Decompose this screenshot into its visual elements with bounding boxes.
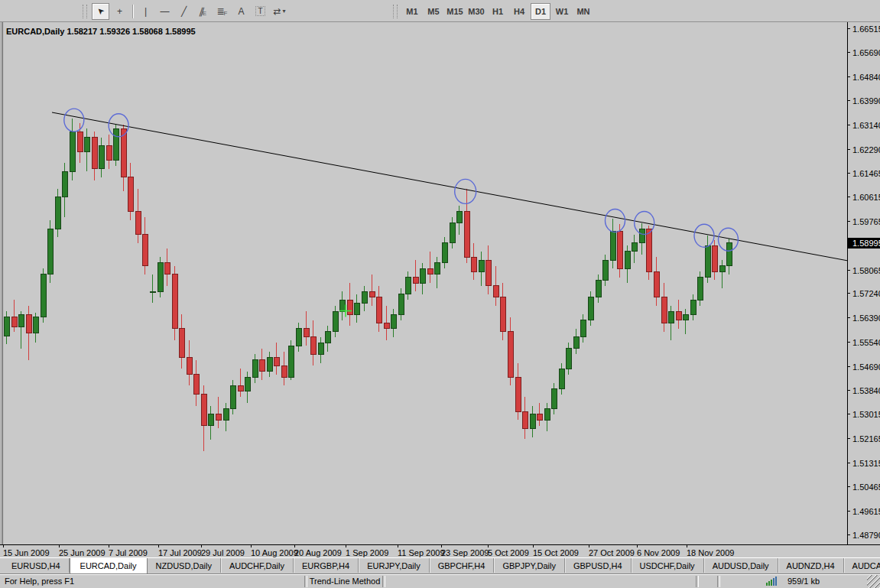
status-help-text: For Help, press F1 (0, 576, 304, 587)
candle-up (479, 260, 484, 271)
candle-up (697, 278, 703, 300)
candle-up (442, 243, 447, 263)
timeframe-m15-button[interactable]: M15 (445, 3, 465, 20)
arrow-objects-tool-button[interactable]: ⇄▾ (271, 3, 288, 20)
trendline-tool-button[interactable]: ╱ (175, 3, 193, 20)
price-tick-label: 1.66515 (852, 24, 880, 34)
tab-eurgbp-h4[interactable]: EURGBP,H4 (294, 558, 359, 573)
candle-up (391, 314, 396, 329)
candle-down (493, 286, 498, 297)
price-tick-label: 1.48790 (852, 531, 880, 540)
timeframe-m1-button[interactable]: M1 (402, 3, 422, 20)
timeframe-d1-button[interactable]: D1 (531, 3, 550, 20)
candle-down (172, 275, 177, 329)
status-bar: For Help, press F1 Trend-Line Method 959… (0, 573, 880, 588)
toolbar-separator (132, 5, 133, 18)
timeframe-m5-button[interactable]: M5 (424, 3, 443, 20)
candle-up (99, 146, 104, 169)
text-label-tool-button[interactable]: T (252, 3, 269, 20)
candle-down (522, 411, 528, 428)
candle-up (544, 408, 550, 420)
price-tick-label: 1.54690 (852, 362, 880, 372)
price-tick-label: 1.59765 (852, 217, 880, 226)
tab-audcad-h4[interactable]: AUDCAD,H4 (844, 558, 880, 573)
candle-up (551, 388, 557, 408)
candle-up (157, 263, 163, 291)
toolbar-grip[interactable] (393, 5, 398, 18)
time-tick-label: 29 Jul 2009 (201, 548, 245, 557)
candle-down (654, 271, 659, 297)
resize-grip[interactable] (867, 575, 880, 588)
time-tick-label: 7 Jul 2009 (109, 548, 148, 557)
candle-down (617, 232, 622, 269)
text-icon: A (238, 6, 244, 17)
candle-down (179, 329, 184, 357)
price-tick-label: 1.56390 (852, 313, 880, 323)
tab-eurjpy-daily[interactable]: EURJPY,Daily (359, 558, 430, 573)
tab-audnzd-h4[interactable]: AUDNZD,H4 (778, 558, 844, 573)
timeframe-h1-button[interactable]: H1 (488, 3, 508, 20)
timeframe-m30-button[interactable]: M30 (466, 3, 486, 20)
candle-up (62, 171, 67, 197)
time-tick-label: 11 Sep 2009 (398, 548, 445, 557)
candle-up (84, 138, 89, 152)
timeframe-mn-button[interactable]: MN (573, 3, 593, 20)
candle-up (610, 232, 615, 260)
candle-down (646, 229, 651, 271)
candle-down (164, 263, 170, 275)
candle-down (106, 146, 112, 161)
time-tick-label: 15 Jun 2009 (3, 548, 50, 557)
candle-down (11, 317, 17, 327)
toolbar-grip[interactable] (83, 5, 87, 18)
price-tick-label: 1.62290 (852, 145, 880, 154)
candle-up (398, 294, 404, 314)
time-tick-label: 18 Nov 2009 (687, 548, 734, 557)
candle-up (668, 311, 674, 323)
candle-up (150, 291, 155, 292)
timeframe-h4-button[interactable]: H4 (509, 3, 529, 20)
cursor-tool-button[interactable]: ➤ (92, 3, 109, 20)
dropdown-caret-icon[interactable]: ▾ (283, 8, 286, 15)
timeframe-toolbar: M1M5M15M30H1H4D1W1MN (393, 2, 594, 20)
text-tool-button[interactable]: A (232, 3, 250, 20)
tab-eurcad-daily[interactable]: EURCAD,Daily (70, 558, 148, 574)
tab-gbpchf-h4[interactable]: GBPCHF,H4 (430, 558, 495, 573)
candle-up (230, 385, 235, 408)
candle-down (304, 329, 309, 337)
candle-up (639, 229, 645, 243)
candle-up (690, 300, 696, 314)
equidistant-channel-tool-button[interactable]: ∥E (194, 3, 212, 20)
candle-up (566, 349, 571, 369)
horizontal-line-icon: — (161, 6, 170, 17)
horizontal-line-tool-button[interactable]: — (156, 3, 174, 20)
fibonacci-retracement-tool-button[interactable]: ≣F (213, 3, 231, 20)
candle-up (434, 263, 440, 275)
candle-up (339, 300, 345, 311)
time-tick-label: 5 Oct 2009 (488, 548, 529, 557)
candle-down (128, 177, 133, 212)
candle-up (596, 280, 601, 297)
status-mini-panel (699, 576, 717, 587)
candle-down (259, 360, 265, 372)
candle-up (252, 360, 258, 377)
vertical-line-tool-button[interactable]: | (137, 3, 154, 20)
candle-down (464, 212, 469, 258)
toolbar: ➤+|—╱∥E≣FAT⇄▾ M1M5M15M30H1H4D1W1MN (0, 0, 880, 22)
tab-gbpjpy-daily[interactable]: GBPJPY,Daily (494, 558, 565, 573)
crosshair-tool-button[interactable]: + (111, 3, 128, 20)
tab-eurusd-h4[interactable]: EURUSD,H4 (3, 558, 70, 573)
candle-down (369, 291, 375, 297)
tab-audchf-daily[interactable]: AUDCHF,Daily (221, 558, 294, 573)
candle-up (420, 268, 425, 283)
chart-tabs: EURUSD,H4EURCAD,DailyNZDUSD,DailyAUDCHF,… (0, 557, 880, 573)
tab-gbpusd-h4[interactable]: GBPUSD,H4 (565, 558, 632, 573)
chart-area[interactable]: 1.665151.656901.648401.639901.631401.622… (0, 22, 880, 557)
tab-audusd-daily[interactable]: AUDUSD,Daily (704, 558, 778, 573)
tab-usdchf-daily[interactable]: USDCHF,Daily (632, 558, 704, 573)
current-price-tag-label: 1.58995 (852, 239, 880, 248)
tab-nzdusd-daily[interactable]: NZDUSD,Daily (148, 558, 221, 573)
candle-down (216, 414, 221, 421)
timeframe-w1-button[interactable]: W1 (552, 3, 572, 20)
chart-background[interactable] (0, 22, 880, 557)
price-tick-label: 1.50465 (852, 482, 880, 492)
